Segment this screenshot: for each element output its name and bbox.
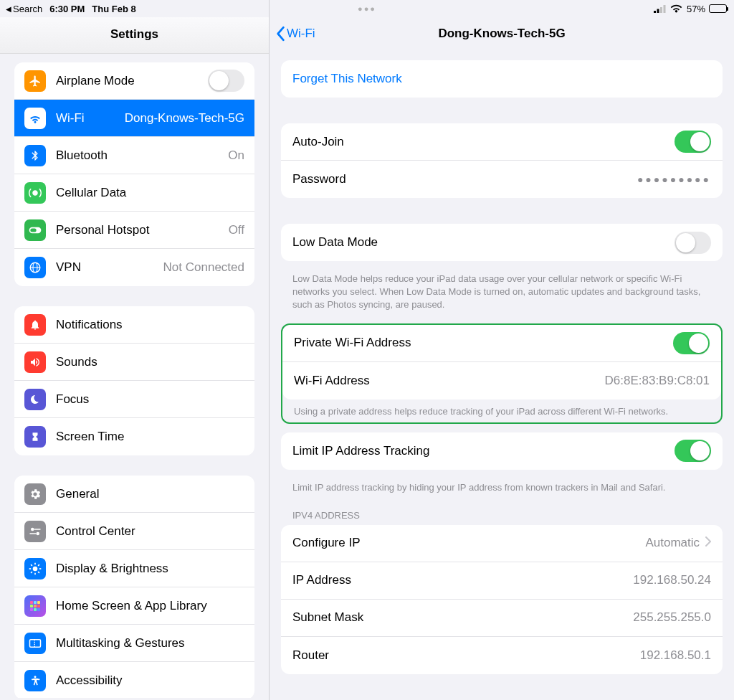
configure-ip-value: Automatic [645,536,700,550]
gear-icon [24,483,46,505]
lowdata-row[interactable]: Low Data Mode [281,224,723,261]
forget-network-button[interactable]: Forget This Network [281,60,723,98]
accessibility-label: Accessibility [56,673,244,688]
airplane-toggle[interactable] [208,70,244,92]
svg-rect-20 [30,601,33,604]
svg-line-17 [38,572,39,573]
sidebar-item-wifi[interactable]: Wi-Fi Dong-Knows-Tech-5G [14,100,254,137]
private-wifi-label: Private Wi-Fi Address [294,336,411,350]
battery-indicator: 57% [687,4,727,14]
svg-point-31 [34,676,37,678]
vpn-value: Not Connected [163,260,244,275]
sidebar-item-accessibility[interactable]: Accessibility [14,662,254,698]
multitask-label: Multitasking & Gestures [56,636,244,651]
sidebar-item-general[interactable]: General [14,476,254,513]
wifi-settings-icon [24,108,46,129]
sidebar-item-hotspot[interactable]: Personal Hotspot Off [14,212,254,249]
svg-line-19 [38,564,39,566]
sidebar-group-alerts: Notifications Sounds Focus [14,306,254,455]
router-row: Router 192.168.50.1 [281,637,723,674]
cellular-icon [24,182,46,204]
homescreen-label: Home Screen & App Library [56,599,244,613]
moon-icon [24,389,46,410]
private-wifi-toggle[interactable] [673,332,710,354]
svg-rect-22 [37,601,40,604]
configure-ip-label: Configure IP [292,536,361,550]
svg-point-11 [33,566,38,571]
autojoin-row[interactable]: Auto-Join [281,123,723,161]
hotspot-value: Off [229,223,244,237]
limitip-toggle[interactable] [675,440,711,462]
status-date: Thu Feb 8 [92,4,135,14]
status-time: 6:30 PM [49,4,85,14]
focus-label: Focus [56,392,244,407]
status-back-app[interactable]: ◀Search [6,4,42,14]
lowdata-toggle[interactable] [675,232,711,254]
bluetooth-label: Bluetooth [56,148,228,163]
sidebar-item-airplane[interactable]: Airplane Mode [14,62,254,100]
lowdata-label: Low Data Mode [292,235,378,250]
grid-icon [24,595,46,617]
hotspot-label: Personal Hotspot [56,223,229,237]
ip-address-value: 192.168.50.24 [633,573,711,587]
ip-address-label: IP Address [292,573,351,587]
router-value: 192.168.50.1 [640,648,711,663]
vpn-label: VPN [56,260,163,275]
sidebar-item-focus[interactable]: Focus [14,381,254,418]
configure-ip-row[interactable]: Configure IP Automatic [281,525,723,562]
sidebar-item-multitasking[interactable]: Multitasking & Gestures [14,625,254,662]
ipv4-group: Configure IP Automatic IP Address 192.16… [281,525,723,674]
hotspot-icon [24,219,46,241]
forget-label: Forget This Network [292,72,402,86]
sidebar-item-bluetooth[interactable]: Bluetooth On [14,137,254,174]
svg-rect-3 [663,5,665,13]
sidebar-item-homescreen[interactable]: Home Screen & App Library [14,587,254,625]
password-label: Password [292,172,346,186]
display-label: Display & Brightness [56,562,244,576]
forget-network-group: Forget This Network [281,60,723,98]
accessibility-icon [24,670,46,691]
autojoin-toggle[interactable] [675,131,711,153]
password-row[interactable]: Password ●●●●●●●●● [281,161,723,198]
private-wifi-help: Using a private address helps reduce tra… [282,402,721,420]
multitask-icon [24,633,46,654]
svg-point-9 [37,531,40,535]
router-label: Router [292,648,329,663]
limitip-label: Limit IP Address Tracking [292,444,430,458]
airplane-label: Airplane Mode [56,74,208,88]
sidebar-group-connectivity: Airplane Mode Wi-Fi Dong-Knows-Tech-5G B… [14,62,254,286]
brightness-icon [24,558,46,580]
sidebar-title: Settings [0,17,269,54]
sidebar-item-display[interactable]: Display & Brightness [14,550,254,587]
bluetooth-icon [24,145,46,166]
limitip-row[interactable]: Limit IP Address Tracking [281,432,723,470]
control-center-label: Control Center [56,524,244,539]
settings-sidebar: Settings Airplane Mode Wi-Fi Dong-Knows-… [0,0,270,700]
sidebar-item-screentime[interactable]: Screen Time [14,418,254,455]
svg-rect-26 [30,608,33,611]
private-wifi-row[interactable]: Private Wi-Fi Address [282,325,721,362]
svg-rect-23 [30,605,33,607]
screentime-label: Screen Time [56,430,244,444]
sidebar-item-sounds[interactable]: Sounds [14,344,254,381]
limitip-help: Limit IP address tracking by hiding your… [281,478,723,506]
svg-point-7 [31,527,34,531]
sidebar-item-control-center[interactable]: Control Center [14,513,254,550]
svg-rect-1 [657,9,659,13]
sliders-icon [24,521,46,542]
sidebar-item-notifications[interactable]: Notifications [14,306,254,344]
svg-rect-2 [660,7,662,13]
status-bar: ◀Search 6:30 PM Thu Feb 8 ●●● 57% [0,0,734,17]
sidebar-item-vpn[interactable]: VPN Not Connected [14,249,254,286]
sidebar-item-cellular[interactable]: Cellular Data [14,174,254,212]
multitask-handle-icon[interactable]: ●●● [358,4,376,13]
autojoin-label: Auto-Join [292,135,344,149]
svg-line-16 [31,564,32,566]
notifications-label: Notifications [56,318,244,332]
svg-rect-28 [37,608,40,611]
svg-rect-24 [34,605,37,607]
back-button[interactable]: Wi-Fi [275,26,315,42]
wifi-address-row[interactable]: Wi-Fi Address D6:8E:83:B9:C8:01 [282,362,721,399]
wifi-address-label: Wi-Fi Address [294,374,370,388]
lowdata-group: Low Data Mode [281,224,723,261]
